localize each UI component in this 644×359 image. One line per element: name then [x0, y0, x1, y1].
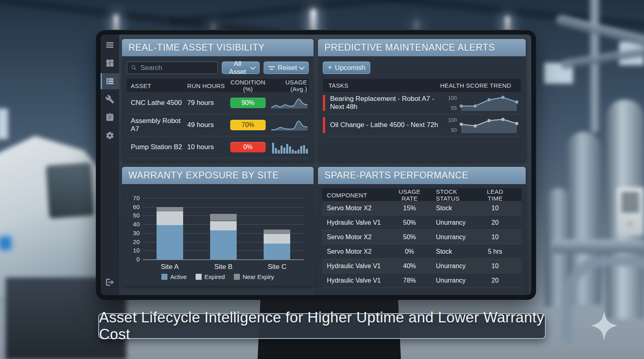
monitor-frame: REAL-TIME ASSET VISIBILITY All Asset Rei…: [96, 30, 536, 300]
gridline: [143, 259, 304, 260]
task-row[interactable]: Oil Change - Lathe 4500 - Next 72h10050: [323, 114, 521, 136]
search-input[interactable]: [140, 64, 214, 72]
pipe: [589, 0, 600, 133]
legend-item: Near Expiry: [234, 273, 274, 280]
x-axis-label: Site B: [205, 263, 242, 271]
spare-part-row[interactable]: Servo Motor X250%Unurrancy10: [322, 230, 522, 244]
search-box[interactable]: [127, 62, 218, 74]
y-axis-label: 20: [127, 238, 140, 245]
wall-window: [0, 109, 8, 139]
dashboard-grid-icon: [105, 59, 114, 68]
banner: Asset Lifecycle Intelligence for Higher …: [98, 313, 546, 339]
condition-badge: 90%: [230, 98, 266, 108]
column-header: CONDITION (%): [225, 79, 270, 92]
x-axis-label: Site A: [152, 263, 188, 271]
legend-swatch: [196, 274, 202, 280]
sidebar-item-work-orders[interactable]: [101, 109, 119, 125]
asset-row[interactable]: Assembly Robot A749 hours70%: [127, 114, 309, 136]
list-icon: [105, 77, 114, 86]
spares-table-header: COMPONENT USAGE RATE STOCK STATUS LEAD T…: [322, 188, 522, 201]
y-axis-label: 40: [127, 221, 140, 228]
condition-badge: 70%: [230, 120, 266, 130]
spare-part-row[interactable]: Hydraulic Valve V150%Unurrancy20: [322, 215, 522, 230]
add-upcoming-task-button[interactable]: + Upcomish: [323, 62, 370, 74]
column-header: USAGE RATE: [390, 188, 429, 202]
lead-time: 10: [481, 205, 509, 212]
alert-accent-bar: [323, 95, 325, 111]
y-axis-label: 60: [127, 203, 140, 210]
column-header: RUN HOURS: [187, 82, 225, 89]
y-axis-label: 50: [127, 212, 140, 219]
spare-part-row[interactable]: Servo Motor X215%Stock10: [322, 201, 522, 215]
panel-asset-visibility: REAL-TIME ASSET VISIBILITY All Asset Rei…: [122, 39, 314, 161]
bar-segment-near-expiry: [210, 214, 237, 221]
asset-row[interactable]: Pump Station B210 hours0%: [127, 136, 309, 158]
screenshot-root: REAL-TIME ASSET VISIBILITY All Asset Rei…: [0, 0, 644, 359]
spare-part-row[interactable]: Hydraulic Valve V178%Unurrancy20: [322, 273, 522, 288]
chevron-down-icon: [250, 64, 256, 70]
gridline: [143, 198, 304, 199]
clipboard-icon: [105, 113, 114, 122]
component-name: Servo Motor X2: [322, 248, 390, 255]
asset-filter-dropdown[interactable]: All Asset: [222, 62, 260, 74]
sidebar-item-settings[interactable]: [101, 127, 119, 144]
stock-status: Unurrancy: [429, 277, 481, 284]
task-row[interactable]: Bearing Replacement - Robot A7 - Next 48…: [323, 92, 521, 114]
usage-rate: 50%: [390, 219, 429, 226]
component-name: Hydraulic Valve V1: [322, 219, 390, 226]
bar-segment-near-expiry: [157, 207, 183, 211]
task-label: Bearing Replacement - Robot A7 - Next 48…: [330, 95, 448, 111]
panel-title: REAL-TIME ASSET VISIBILITY: [122, 39, 314, 56]
asset-toolbar: All Asset Reiset: [122, 56, 314, 79]
plus-icon: +: [328, 64, 332, 71]
sidebar-item-asset-list[interactable]: [101, 73, 119, 89]
hamburger-icon: [105, 41, 114, 49]
spare-part-row[interactable]: Hydraulic Valve V140%Unurrancy10: [322, 259, 522, 273]
filter-icon: [268, 66, 275, 70]
reset-label: Reiset: [278, 64, 297, 72]
logout-icon: [105, 278, 114, 287]
lead-time: 5 hrs: [481, 248, 509, 255]
trend-axis-labels: 10050: [448, 117, 457, 133]
reset-filters-button[interactable]: Reiset: [264, 62, 309, 74]
asset-name: CNC Lathe 4500: [127, 99, 187, 107]
health-score-trend-chart: 10050: [448, 116, 521, 134]
chart-legend: ActiveExpiredNear Expiry: [122, 273, 314, 280]
sidebar-item-maintenance[interactable]: [101, 91, 119, 107]
condition-cell: 90%: [225, 98, 270, 108]
usage-rate: 40%: [390, 263, 429, 270]
search-icon: [131, 65, 137, 71]
usage-rate: 0%: [390, 248, 429, 255]
x-axis-label: Site C: [259, 263, 295, 271]
legend-item: Expired: [196, 273, 225, 280]
lead-time: 20: [481, 219, 509, 226]
spare-part-row[interactable]: Servo Motor X20%Stock5 hrs: [322, 244, 522, 259]
bar-segment-expired: [264, 234, 290, 244]
run-hours: 79 hours: [187, 99, 225, 107]
stock-status: Stock: [429, 248, 481, 255]
usage-rate: 15%: [390, 205, 429, 212]
sparkle-icon: [591, 310, 617, 342]
legend-swatch: [161, 274, 167, 280]
tasks-table-body: Bearing Replacement - Robot A7 - Next 48…: [323, 92, 521, 136]
condition-cell: 70%: [225, 120, 270, 130]
sidebar-item-dashboard[interactable]: [101, 55, 119, 71]
lead-time: 10: [481, 234, 509, 241]
legend-swatch: [234, 274, 240, 280]
gear-icon: [105, 131, 114, 140]
asset-name: Assembly Robot A7: [127, 117, 187, 133]
pipe: [550, 240, 644, 253]
component-name: Servo Motor X2: [322, 205, 390, 212]
condition-cell: 0%: [225, 142, 270, 152]
alert-accent-bar: [323, 117, 325, 133]
y-axis-label: 30: [127, 230, 140, 236]
sidebar-item-logout[interactable]: [101, 274, 119, 290]
sidebar-item-menu[interactable]: [101, 37, 119, 53]
lead-time: 20: [481, 277, 509, 284]
banner-text: Asset Lifecycle Intelligence for Higher …: [99, 309, 545, 343]
spares-table-body: Servo Motor X215%Stock10Hydraulic Valve …: [322, 201, 522, 288]
stock-status: Unurrancy: [429, 263, 481, 270]
asset-row[interactable]: CNC Lathe 450079 hours90%: [127, 92, 309, 114]
tasks-table-header: TASKS HEALTH SCORE TREND: [323, 79, 521, 92]
bar-segment-active: [264, 244, 290, 259]
